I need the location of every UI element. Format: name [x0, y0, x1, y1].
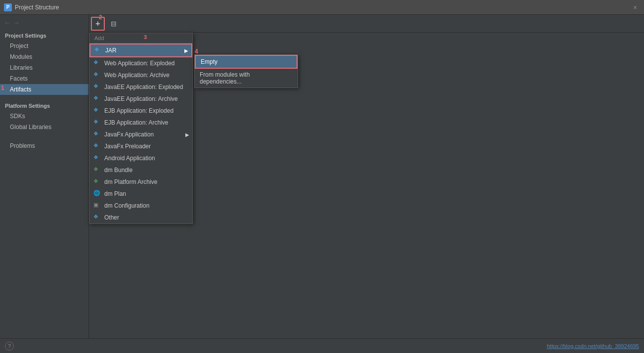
javaee-archive-label: JavaEE Application: Archive [104, 95, 178, 102]
ejb-archive-icon: ❖ [93, 119, 101, 127]
dropdown-item-javafx-preloader[interactable]: ❖ JavaFx Preloader [89, 140, 192, 152]
annotation-1: 1 [1, 85, 4, 91]
status-bar: ? https://blog.csdn.net/github_38924695 [0, 338, 644, 353]
forward-arrow[interactable]: → [13, 19, 20, 27]
dm-bundle-label: dm Bundle [104, 167, 132, 174]
platform-settings-label: Platform Settings [0, 99, 88, 111]
javaee-exploded-label: JavaEE Application: Exploded [104, 84, 183, 90]
dropdown-item-dm-bundle[interactable]: ❖ dm Bundle [89, 164, 192, 176]
javafx-app-label: JavaFx Application [104, 131, 154, 138]
content-area: 2 + ⊟ 3 Add ❖ JAR ▶ 4 [89, 15, 644, 338]
title-bar-text: Project Structure [15, 4, 59, 11]
dropdown-header: 3 Add [89, 33, 192, 44]
app-icon: P [4, 3, 12, 11]
jar-arrow: ▶ [184, 48, 188, 53]
dropdown-item-android-app[interactable]: ❖ Android Application [89, 152, 192, 164]
back-arrow[interactable]: ← [4, 19, 11, 27]
close-button[interactable]: × [630, 2, 640, 12]
dm-configuration-icon: ▣ [93, 202, 101, 210]
sidebar: ← → Project Settings Project Modules Lib… [0, 15, 89, 338]
url-text[interactable]: https://blog.csdn.net/github_38924695 [547, 343, 639, 349]
dm-plan-icon: 🌐 [93, 190, 101, 198]
other-label: Other [104, 214, 119, 221]
dropdown-menu: 3 Add ❖ JAR ▶ 4 Empty From modules with … [89, 33, 193, 224]
sidebar-item-artifacts[interactable]: 1 Artifacts [0, 84, 88, 95]
dropdown-item-ejb-archive[interactable]: ❖ EJB Application: Archive [89, 117, 192, 129]
dm-platform-archive-label: dm Platform Archive [104, 178, 157, 185]
javaee-archive-icon: ❖ [93, 95, 101, 103]
help-button[interactable]: ? [5, 342, 14, 351]
dropdown-item-javafx-app[interactable]: ❖ JavaFx Application ▶ [89, 129, 192, 140]
dropdown-item-other[interactable]: ❖ Other [89, 212, 192, 223]
dm-plan-label: dm Plan [104, 190, 126, 197]
dm-platform-archive-icon: ❖ [93, 178, 101, 186]
annotation-3: 3 [144, 34, 147, 40]
ejb-exploded-label: EJB Application: Exploded [104, 107, 173, 114]
jar-label: JAR [105, 47, 117, 54]
annotation-4: 4 [195, 48, 198, 55]
javafx-preloader-icon: ❖ [93, 142, 101, 150]
dropdown-item-jar[interactable]: ❖ JAR ▶ 4 Empty From modules with depend… [89, 44, 192, 57]
other-icon: ❖ [93, 214, 101, 221]
dropdown-item-dm-platform-archive[interactable]: ❖ dm Platform Archive [89, 176, 192, 188]
web-archive-label: Web Application: Archive [104, 72, 170, 79]
dropdown-item-dm-plan[interactable]: 🌐 dm Plan [89, 188, 192, 200]
dropdown-item-ejb-exploded[interactable]: ❖ EJB Application: Exploded [89, 105, 192, 117]
sidebar-item-facets[interactable]: Facets [0, 73, 88, 84]
sidebar-item-global-libraries[interactable]: Global Libraries [0, 122, 88, 132]
sidebar-item-modules[interactable]: Modules [0, 51, 88, 62]
submenu-item-empty[interactable]: Empty [195, 55, 298, 69]
sidebar-item-project[interactable]: Project [0, 41, 88, 51]
javafx-preloader-label: JavaFx Preloader [104, 143, 151, 150]
dm-configuration-label: dm Configuration [104, 202, 149, 209]
web-archive-icon: ❖ [93, 71, 101, 79]
annotation-2: 2 [99, 14, 102, 21]
nav-arrows: ← → [0, 17, 88, 29]
dropdown-item-javaee-exploded[interactable]: ❖ JavaEE Application: Exploded [89, 81, 192, 93]
javaee-exploded-icon: ❖ [93, 83, 101, 91]
javafx-app-icon: ❖ [93, 131, 101, 138]
android-app-icon: ❖ [93, 154, 101, 162]
copy-button[interactable]: ⊟ [107, 17, 121, 31]
dropdown-item-dm-configuration[interactable]: ▣ dm Configuration [89, 200, 192, 212]
web-exploded-label: Web Application: Exploded [104, 60, 175, 67]
dropdown-item-web-archive[interactable]: ❖ Web Application: Archive [89, 69, 192, 81]
jar-submenu: 4 Empty From modules with dependencies..… [194, 54, 298, 88]
javafx-arrow: ▶ [185, 132, 189, 137]
sidebar-item-sdks[interactable]: SDKs [0, 111, 88, 122]
title-bar: P Project Structure × [0, 0, 644, 15]
android-app-label: Android Application [104, 155, 155, 162]
ejb-exploded-icon: ❖ [93, 107, 101, 115]
sidebar-item-libraries[interactable]: Libraries [0, 62, 88, 73]
ejb-archive-label: EJB Application: Archive [104, 119, 168, 126]
web-exploded-icon: ❖ [93, 59, 101, 67]
dropdown-item-javaee-archive[interactable]: ❖ JavaEE Application: Archive [89, 93, 192, 105]
dropdown-container: 3 Add ❖ JAR ▶ 4 Empty From modules with … [89, 33, 193, 224]
toolbar: 2 + ⊟ [89, 15, 644, 33]
dm-bundle-icon: ❖ [93, 166, 101, 174]
jar-icon: ❖ [94, 46, 102, 54]
project-settings-label: Project Settings [0, 29, 88, 41]
submenu-item-from-modules[interactable]: From modules with dependencies... [195, 69, 298, 88]
dropdown-item-web-exploded[interactable]: ❖ Web Application: Exploded [89, 57, 192, 69]
add-button[interactable]: + [91, 17, 105, 31]
sidebar-item-problems[interactable]: Problems [0, 140, 88, 151]
